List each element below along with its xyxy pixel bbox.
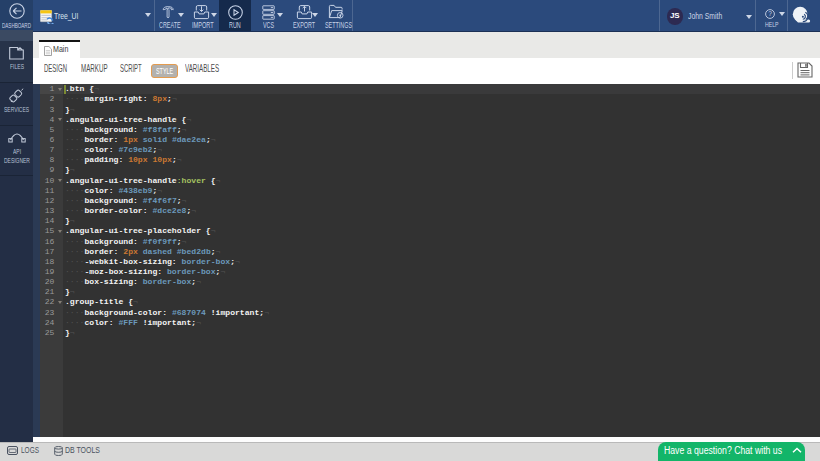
svg-text:?: ? <box>768 10 772 17</box>
